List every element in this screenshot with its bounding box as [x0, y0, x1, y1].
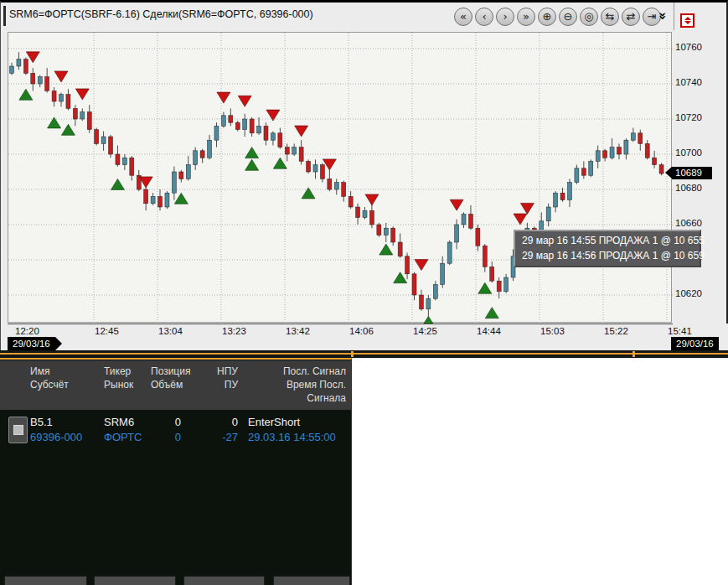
candle-up — [151, 196, 155, 203]
x-axis-tick-label: 15:41 — [668, 326, 692, 336]
buy-signal-icon — [394, 272, 407, 283]
x-axis-line — [8, 324, 673, 324]
candle-down — [31, 73, 35, 84]
positions-table-window: Имя Субсчёт Тикер Рынок Позиция Объём НП… — [0, 358, 352, 585]
sell-signal-icon — [75, 89, 89, 100]
buy-signal-icon — [245, 159, 259, 170]
trade-signal-tooltip: 29 мар 16 14:55 ПРОДАЖА 1 @ 10 655 29 ма… — [514, 230, 701, 267]
sell-signal-icon — [415, 260, 428, 271]
candle-down — [638, 133, 643, 144]
candle-down — [264, 126, 268, 140]
candle-up — [426, 298, 431, 309]
candle-down — [369, 210, 374, 225]
splitter-tick — [632, 351, 635, 357]
candle-up — [575, 168, 579, 183]
sell-signal-icon — [217, 92, 230, 103]
candle-up — [122, 158, 126, 164]
price-marker-arrow-icon — [665, 167, 672, 179]
candle-up — [194, 151, 198, 165]
candle-up — [441, 263, 445, 284]
candle-up — [624, 140, 628, 154]
fast-back-button[interactable]: « — [454, 8, 472, 26]
x-axis-tick-label: 15:22 — [604, 326, 628, 336]
x-axis-tick-label: 13:23 — [222, 326, 246, 336]
sell-signal-icon — [365, 194, 379, 205]
candle-down — [73, 108, 77, 119]
candle-up — [567, 183, 571, 200]
candle-down — [391, 228, 395, 242]
candle-down — [285, 148, 289, 154]
tooltip-line: 29 мар 16 14:55 ПРОДАЖА 1 @ 10 655 — [522, 233, 693, 248]
window-grip[interactable] — [3, 6, 6, 26]
window-splitter[interactable] — [0, 350, 728, 358]
chart-window: SRM6=ФОРТС(SBRF-6.16) Сделки(SRM6=ФОРТС,… — [0, 0, 728, 350]
y-axis-tick-label: 10720 — [675, 112, 712, 122]
candle-up — [10, 66, 14, 73]
buy-signal-icon — [19, 89, 33, 100]
candle-down — [356, 207, 360, 218]
candle-down — [87, 112, 91, 130]
sell-signal-icon — [450, 199, 463, 210]
expand-scale-button[interactable]: ⇄ — [622, 8, 640, 26]
autoscroll-toggle-icon[interactable] — [680, 13, 694, 28]
candle-up — [221, 116, 225, 127]
buy-signal-icon — [273, 158, 287, 168]
zoom-in-button[interactable]: ⊕ — [538, 8, 556, 26]
buy-signal-icon — [379, 244, 393, 255]
step-back-button[interactable]: ‹ — [475, 8, 493, 26]
bot-button-2[interactable] — [94, 576, 176, 585]
table-header: Имя Субсчёт Тикер Рынок Позиция Объём НП… — [0, 360, 351, 410]
candle-down — [320, 165, 324, 179]
candle-down — [109, 137, 113, 154]
x-axis-tick-label: 12:20 — [15, 326, 39, 336]
x-axis-tick-label: 13:04 — [158, 326, 183, 336]
candle-down — [158, 196, 163, 207]
candle-up — [38, 77, 42, 84]
x-axis-tick-label: 14:25 — [413, 326, 437, 336]
x-axis-tick-label: 12:45 — [95, 326, 119, 336]
buy-signal-icon — [478, 282, 492, 293]
candle-down — [299, 148, 303, 162]
y-axis-tick-label: 10760 — [675, 42, 712, 52]
sell-signal-icon — [520, 203, 534, 214]
candlestick-plot-area[interactable] — [8, 32, 672, 323]
candle-down — [645, 143, 649, 158]
buy-signal-icon — [485, 308, 498, 318]
candle-up — [589, 161, 593, 175]
candle-down — [497, 281, 501, 292]
table-row[interactable]: B5.1 69396-000 SRM6 ФОРТС 0 0 0 -27 Ente… — [0, 413, 351, 447]
candle-down — [603, 151, 607, 158]
step-forward-button[interactable]: › — [496, 8, 514, 26]
candle-up — [554, 193, 558, 207]
candle-down — [468, 214, 472, 228]
cell-npu-pu: 0 -27 — [186, 413, 243, 447]
compress-scale-button[interactable]: ⇆ — [601, 8, 619, 26]
bot-button-3[interactable] — [183, 576, 265, 585]
splitter-accent — [0, 353, 728, 355]
collapse-toolbar-icon[interactable]: » — [655, 12, 670, 18]
buy-signal-icon — [111, 179, 124, 189]
candle-up — [596, 151, 600, 162]
zoom-range-button[interactable]: ◎ — [580, 8, 598, 26]
candle-up — [271, 133, 275, 140]
candle-up — [214, 126, 219, 140]
bot-button-4[interactable] — [273, 576, 350, 585]
candle-up — [257, 126, 261, 132]
candle-down — [377, 225, 381, 236]
cell-signal-time: EnterShort 29.03.16 14:55:00 — [243, 413, 351, 447]
candle-down — [45, 77, 49, 91]
fast-forward-button[interactable]: » — [517, 8, 535, 26]
bot-button-1[interactable] — [4, 576, 87, 585]
candle-down — [116, 154, 120, 165]
sell-signal-icon — [139, 177, 152, 188]
candle-up — [447, 242, 452, 263]
chart-window-title: SRM6=ФОРТС(SBRF-6.16) Сделки(SRM6=ФОРТС,… — [9, 8, 313, 20]
header-position: Позиция Объём — [146, 360, 186, 410]
last-price-marker: 10689 — [672, 167, 712, 179]
candle-down — [144, 189, 148, 204]
header-npu: НПУ ПУ — [186, 360, 243, 410]
zoom-out-button[interactable]: ⊖ — [559, 8, 577, 26]
candle-down — [412, 274, 416, 295]
candle-down — [200, 151, 204, 158]
cell-ticker-market: SRM6 ФОРТС — [99, 413, 146, 447]
